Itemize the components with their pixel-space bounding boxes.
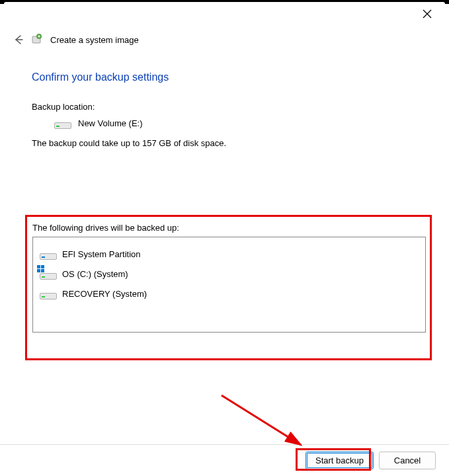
cancel-button[interactable]: Cancel — [379, 452, 436, 469]
drive-icon — [54, 117, 71, 129]
disk-space-note: The backup could take up to 157 GB of di… — [32, 138, 429, 148]
page-title: Confirm your backup settings — [32, 71, 429, 83]
drives-list: EFI System Partition OS (C:) (System) RE — [32, 237, 426, 333]
drive-name: RECOVERY (System) — [62, 289, 147, 299]
start-backup-button[interactable]: Start backup — [306, 452, 374, 469]
svg-line-7 — [222, 395, 301, 445]
drive-row: EFI System Partition — [38, 244, 420, 264]
drive-row: RECOVERY (System) — [38, 284, 420, 303]
drive-icon — [40, 268, 57, 280]
backup-location-row: New Volume (E:) — [54, 117, 429, 129]
drive-row: OS (C:) (System) — [38, 264, 420, 284]
drives-section-label: The following drives will be backed up: — [32, 223, 426, 233]
footer: Start backup Cancel — [0, 444, 449, 476]
backup-location-value: New Volume (E:) — [78, 118, 143, 128]
drive-icon — [40, 288, 57, 299]
annotation-arrow-icon — [218, 392, 317, 452]
drive-name: EFI System Partition — [62, 249, 140, 259]
system-image-icon — [32, 34, 44, 46]
back-icon[interactable] — [12, 33, 25, 46]
drive-icon — [40, 248, 57, 260]
wizard-title: Create a system image — [50, 35, 139, 45]
backup-location-label: Backup location: — [32, 102, 429, 112]
drive-name: OS (C:) (System) — [62, 269, 128, 279]
wizard-header: Create a system image — [12, 33, 436, 46]
close-button[interactable] — [423, 9, 434, 21]
